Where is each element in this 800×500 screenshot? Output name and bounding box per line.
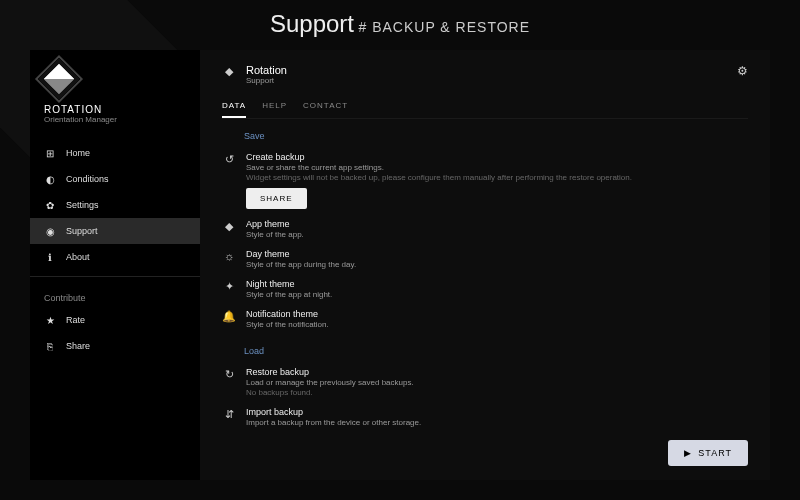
- sidebar-item-label: Home: [66, 148, 90, 158]
- sidebar-item-label: Conditions: [66, 174, 109, 184]
- sidebar: ROTATION Orientation Manager ⊞ Home ◐ Co…: [30, 50, 200, 480]
- setting-note: No backups found.: [246, 388, 748, 397]
- sidebar-item-settings[interactable]: ✿ Settings: [30, 192, 200, 218]
- setting-title: Day theme: [246, 249, 748, 259]
- brand-block: ROTATION Orientation Manager: [30, 50, 200, 132]
- moon-icon: ✦: [222, 280, 236, 293]
- setting-day-theme[interactable]: ☼ Day theme Style of the app during the …: [222, 244, 748, 274]
- setting-title: App theme: [246, 219, 748, 229]
- setting-desc: Import a backup from the device or other…: [246, 418, 748, 427]
- page-title: Support: [270, 10, 354, 37]
- share-button[interactable]: SHARE: [246, 188, 307, 209]
- gear-icon: ✿: [44, 199, 56, 211]
- gear-icon: ⚙: [737, 64, 748, 78]
- import-icon: ⇵: [222, 408, 236, 421]
- info-icon: ℹ: [44, 251, 56, 263]
- start-button[interactable]: ▶ START: [668, 440, 748, 466]
- setting-title: Restore backup: [246, 367, 748, 377]
- sidebar-item-label: About: [66, 252, 90, 262]
- sidebar-item-label: Rate: [66, 315, 85, 325]
- page-header: Support # BACKUP & RESTORE: [0, 0, 800, 50]
- history-icon: ↺: [222, 153, 236, 166]
- setting-create-backup[interactable]: ↺ Create backup Save or share the curren…: [222, 147, 748, 214]
- support-icon: ◉: [44, 225, 56, 237]
- dashboard-icon: ⊞: [44, 147, 56, 159]
- tab-contact[interactable]: CONTACT: [303, 95, 348, 118]
- setting-night-theme[interactable]: ✦ Night theme Style of the app at night.: [222, 274, 748, 304]
- rotation-icon: ◆: [222, 65, 236, 78]
- brand-title: ROTATION: [44, 104, 186, 115]
- setting-desc: Save or share the current app settings.: [246, 163, 748, 172]
- bell-icon: 🔔: [222, 310, 236, 323]
- tab-help[interactable]: HELP: [262, 95, 287, 118]
- setting-title: Create backup: [246, 152, 748, 162]
- setting-title: Night theme: [246, 279, 748, 289]
- setting-desc: Style of the app during the day.: [246, 260, 748, 269]
- main-panel: ◆ Rotation Support ⚙ DATA HELP CONTACT S…: [200, 50, 770, 480]
- main-header: ◆ Rotation Support: [222, 64, 748, 85]
- sidebar-item-label: Share: [66, 341, 90, 351]
- main-subtitle: Support: [246, 76, 287, 85]
- brand-subtitle: Orientation Manager: [44, 115, 186, 124]
- start-label: START: [698, 448, 732, 458]
- nav-primary: ⊞ Home ◐ Conditions ✿ Settings ◉ Support…: [30, 140, 200, 270]
- setting-desc: Style of the app at night.: [246, 290, 748, 299]
- app-logo-icon: [38, 58, 80, 100]
- tab-data[interactable]: DATA: [222, 95, 246, 118]
- divider: [30, 276, 200, 277]
- section-label-save: Save: [244, 131, 748, 141]
- setting-title: Import backup: [246, 407, 748, 417]
- setting-import-backup[interactable]: ⇵ Import backup Import a backup from the…: [222, 402, 748, 432]
- conditions-icon: ◐: [44, 173, 56, 185]
- palette-icon: ◆: [222, 220, 236, 233]
- settings-button[interactable]: ⚙: [737, 64, 748, 78]
- sun-icon: ☼: [222, 250, 236, 262]
- section-label-load: Load: [244, 346, 748, 356]
- sidebar-item-conditions[interactable]: ◐ Conditions: [30, 166, 200, 192]
- page-subtitle: # BACKUP & RESTORE: [358, 19, 530, 35]
- setting-notification-theme[interactable]: 🔔 Notification theme Style of the notifi…: [222, 304, 748, 334]
- play-icon: ▶: [684, 448, 692, 458]
- sidebar-item-about[interactable]: ℹ About: [30, 244, 200, 270]
- sidebar-item-label: Settings: [66, 200, 99, 210]
- sidebar-item-label: Support: [66, 226, 98, 236]
- sidebar-item-home[interactable]: ⊞ Home: [30, 140, 200, 166]
- setting-desc: Style of the notification.: [246, 320, 748, 329]
- setting-restore-backup[interactable]: ↻ Restore backup Load or manage the prev…: [222, 362, 748, 402]
- setting-title: Notification theme: [246, 309, 748, 319]
- setting-app-theme[interactable]: ◆ App theme Style of the app.: [222, 214, 748, 244]
- sidebar-item-support[interactable]: ◉ Support: [30, 218, 200, 244]
- restore-icon: ↻: [222, 368, 236, 381]
- setting-desc: Style of the app.: [246, 230, 748, 239]
- setting-note: Widget settings will not be backed up, p…: [246, 173, 748, 182]
- setting-desc: Load or manage the previously saved back…: [246, 378, 748, 387]
- share-icon: ⎘: [44, 340, 56, 352]
- nav-section-contribute: Contribute: [30, 283, 200, 307]
- tabs: DATA HELP CONTACT: [222, 95, 748, 119]
- main-title: Rotation: [246, 64, 287, 76]
- sidebar-item-share[interactable]: ⎘ Share: [30, 333, 200, 359]
- star-icon: ★: [44, 314, 56, 326]
- sidebar-item-rate[interactable]: ★ Rate: [30, 307, 200, 333]
- app-window: ROTATION Orientation Manager ⊞ Home ◐ Co…: [30, 50, 770, 480]
